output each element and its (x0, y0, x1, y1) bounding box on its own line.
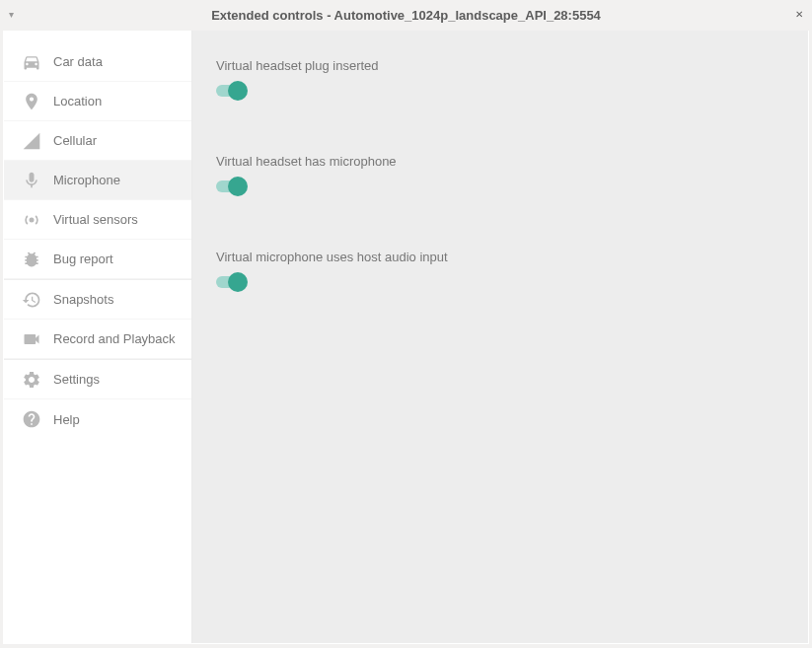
sidebar-item-label: Car data (53, 54, 103, 69)
bug-icon (22, 250, 41, 269)
close-icon[interactable]: ✕ (792, 8, 806, 22)
toggle-thumb (228, 81, 248, 101)
sidebar-item-label: Snapshots (53, 292, 113, 307)
location-pin-icon (22, 92, 41, 111)
svg-point-0 (30, 217, 35, 222)
sidebar-item-label: Bug report (53, 252, 113, 266)
sensors-icon (22, 210, 41, 230)
sidebar-item-record-playback[interactable]: Record and Playback (4, 320, 191, 359)
signal-icon (22, 131, 41, 151)
setting-label: Virtual microphone uses host audio input (216, 250, 784, 264)
gear-icon (22, 370, 41, 390)
sidebar-item-label: Location (53, 94, 102, 108)
content-panel: Virtual headset plug inserted Virtual he… (192, 31, 808, 643)
sidebar-item-car-data[interactable]: Car data (4, 42, 191, 82)
videocam-icon (22, 329, 41, 349)
window-control-left[interactable]: ▾ (6, 10, 16, 20)
setting-headset-plug: Virtual headset plug inserted (216, 58, 784, 105)
sidebar-item-settings[interactable]: Settings (4, 360, 191, 399)
setting-headset-microphone: Virtual headset has microphone (216, 154, 784, 200)
sidebar-item-label: Microphone (53, 173, 120, 187)
sidebar-item-help[interactable]: Help (4, 399, 191, 439)
toggle-host-audio[interactable] (216, 272, 246, 292)
toggle-headset-microphone[interactable] (216, 177, 246, 196)
window-body: Car data Location Cellular Microphone Vi (3, 31, 809, 644)
setting-host-audio: Virtual microphone uses host audio input (216, 250, 784, 296)
toggle-headset-plug[interactable] (216, 81, 246, 101)
sidebar-item-snapshots[interactable]: Snapshots (4, 280, 191, 320)
car-icon (22, 52, 41, 72)
sidebar-item-microphone[interactable]: Microphone (4, 161, 191, 200)
window-title: Extended controls - Automotive_1024p_lan… (211, 8, 601, 23)
sidebar-item-label: Record and Playback (53, 331, 176, 346)
sidebar-item-label: Settings (53, 372, 100, 387)
sidebar-item-bug-report[interactable]: Bug report (4, 240, 191, 279)
sidebar-item-label: Cellular (53, 133, 97, 148)
microphone-icon (22, 171, 41, 190)
sidebar-item-location[interactable]: Location (4, 82, 191, 121)
sidebar-item-cellular[interactable]: Cellular (4, 121, 191, 161)
toggle-thumb (228, 177, 248, 196)
setting-label: Virtual headset plug inserted (216, 58, 784, 73)
sidebar: Car data Location Cellular Microphone Vi (4, 31, 192, 643)
help-icon (22, 409, 41, 429)
sidebar-item-label: Help (53, 412, 80, 427)
history-icon (22, 290, 41, 310)
titlebar: ▾ Extended controls - Automotive_1024p_l… (0, 0, 812, 31)
sidebar-item-virtual-sensors[interactable]: Virtual sensors (4, 200, 191, 240)
sidebar-item-label: Virtual sensors (53, 212, 138, 227)
setting-label: Virtual headset has microphone (216, 154, 784, 169)
toggle-thumb (228, 272, 248, 292)
